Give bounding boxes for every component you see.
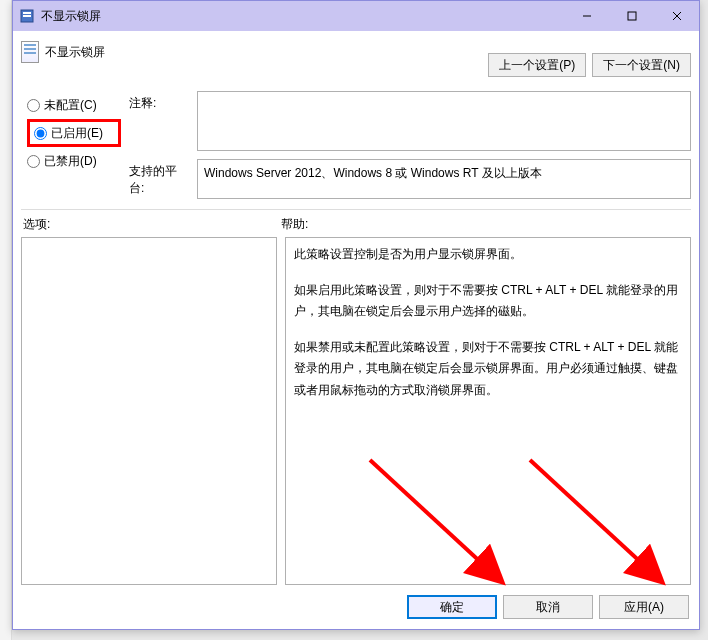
- radio-disabled-input[interactable]: [27, 155, 40, 168]
- background-edge: [0, 0, 12, 640]
- minimize-button[interactable]: [564, 1, 609, 31]
- close-button[interactable]: [654, 1, 699, 31]
- radio-not-configured[interactable]: 未配置(C): [27, 91, 121, 119]
- radio-group: 未配置(C) 已启用(E) 已禁用(D): [21, 91, 121, 199]
- radio-enabled-label: 已启用(E): [51, 125, 103, 142]
- help-paragraph-2: 如果启用此策略设置，则对于不需要按 CTRL + ALT + DEL 就能登录的…: [294, 280, 682, 323]
- options-pane[interactable]: [21, 237, 277, 585]
- highlight-annotation: 已启用(E): [27, 119, 121, 147]
- radio-enabled[interactable]: 已启用(E): [34, 125, 103, 142]
- svg-rect-2: [23, 15, 31, 17]
- dialog-window: 不显示锁屏 不显示锁屏 上一个设置(P) 下一个设置(N): [12, 0, 700, 630]
- cancel-button[interactable]: 取消: [503, 595, 593, 619]
- help-paragraph-3: 如果禁用或未配置此策略设置，则对于不需要按 CTRL + ALT + DEL 就…: [294, 337, 682, 402]
- divider: [21, 209, 691, 210]
- window-title: 不显示锁屏: [41, 8, 564, 25]
- help-pane[interactable]: 此策略设置控制是否为用户显示锁屏界面。 如果启用此策略设置，则对于不需要按 CT…: [285, 237, 691, 585]
- header-row: 不显示锁屏 上一个设置(P) 下一个设置(N): [21, 35, 691, 81]
- options-section-label: 选项:: [21, 216, 281, 233]
- policy-icon: [21, 41, 39, 63]
- svg-rect-4: [628, 12, 636, 20]
- radio-disabled[interactable]: 已禁用(D): [27, 147, 121, 175]
- maximize-button[interactable]: [609, 1, 654, 31]
- radio-not-configured-input[interactable]: [27, 99, 40, 112]
- footer: 确定 取消 应用(A): [21, 585, 691, 621]
- policy-title: 不显示锁屏: [45, 44, 105, 61]
- supported-label: 支持的平台:: [129, 159, 189, 199]
- comment-textbox[interactable]: [197, 91, 691, 151]
- window-controls: [564, 1, 699, 31]
- next-setting-button[interactable]: 下一个设置(N): [592, 53, 691, 77]
- comment-label: 注释:: [129, 91, 189, 151]
- prev-setting-button[interactable]: 上一个设置(P): [488, 53, 586, 77]
- supported-textbox: Windows Server 2012、Windows 8 或 Windows …: [197, 159, 691, 199]
- svg-rect-1: [23, 12, 31, 14]
- help-section-label: 帮助:: [281, 216, 691, 233]
- app-icon: [19, 8, 35, 24]
- radio-enabled-input[interactable]: [34, 127, 47, 140]
- apply-button[interactable]: 应用(A): [599, 595, 689, 619]
- radio-not-configured-label: 未配置(C): [44, 97, 97, 114]
- ok-button[interactable]: 确定: [407, 595, 497, 619]
- titlebar[interactable]: 不显示锁屏: [13, 1, 699, 31]
- radio-disabled-label: 已禁用(D): [44, 153, 97, 170]
- help-paragraph-1: 此策略设置控制是否为用户显示锁屏界面。: [294, 244, 682, 266]
